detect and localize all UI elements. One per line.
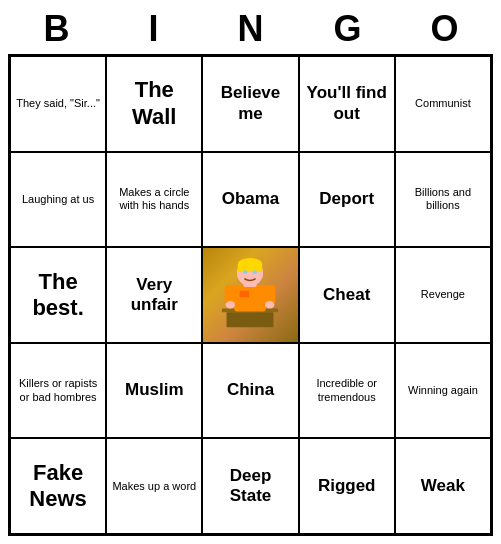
svg-rect-4	[235, 286, 267, 312]
svg-point-14	[253, 271, 258, 275]
cell-14[interactable]: Revenge	[395, 247, 491, 343]
free-cell-image	[203, 248, 297, 342]
svg-point-13	[243, 271, 248, 275]
svg-point-8	[265, 302, 274, 310]
cell-2[interactable]: Believe me	[202, 56, 298, 152]
bingo-grid: They said, "Sir..." The Wall Believe me …	[8, 54, 493, 536]
cell-21[interactable]: Makes up a word	[106, 438, 202, 534]
svg-point-7	[226, 302, 235, 310]
cell-11[interactable]: Very unfair	[106, 247, 202, 343]
cell-15[interactable]: Killers or rapists or bad hombres	[10, 343, 106, 439]
prisoner-svg	[215, 257, 285, 332]
cell-17[interactable]: China	[202, 343, 298, 439]
cell-24[interactable]: Weak	[395, 438, 491, 534]
cell-16[interactable]: Muslim	[106, 343, 202, 439]
cell-13[interactable]: Cheat	[299, 247, 395, 343]
cell-8[interactable]: Deport	[299, 152, 395, 248]
cell-19[interactable]: Winning again	[395, 343, 491, 439]
cell-23[interactable]: Rigged	[299, 438, 395, 534]
svg-rect-12	[238, 265, 262, 273]
letter-i: I	[105, 8, 202, 50]
cell-0[interactable]: They said, "Sir..."	[10, 56, 106, 152]
cell-18[interactable]: Incredible or tremendous	[299, 343, 395, 439]
letter-g: G	[299, 8, 396, 50]
cell-5[interactable]: Laughing at us	[10, 152, 106, 248]
letter-b: B	[8, 8, 105, 50]
cell-6[interactable]: Makes a circle with his hands	[106, 152, 202, 248]
cell-3[interactable]: You'll find out	[299, 56, 395, 152]
cell-22[interactable]: Deep State	[202, 438, 298, 534]
cell-10[interactable]: The best.	[10, 247, 106, 343]
letter-o: O	[396, 8, 493, 50]
letter-n: N	[202, 8, 299, 50]
cell-free[interactable]	[202, 247, 298, 343]
cell-4[interactable]: Communist	[395, 56, 491, 152]
cell-1[interactable]: The Wall	[106, 56, 202, 152]
cell-20[interactable]: Fake News	[10, 438, 106, 534]
svg-rect-1	[227, 313, 274, 328]
cell-7[interactable]: Obama	[202, 152, 298, 248]
bingo-header: B I N G O	[8, 8, 493, 50]
cell-9[interactable]: Billions and billions	[395, 152, 491, 248]
svg-rect-15	[240, 291, 249, 298]
